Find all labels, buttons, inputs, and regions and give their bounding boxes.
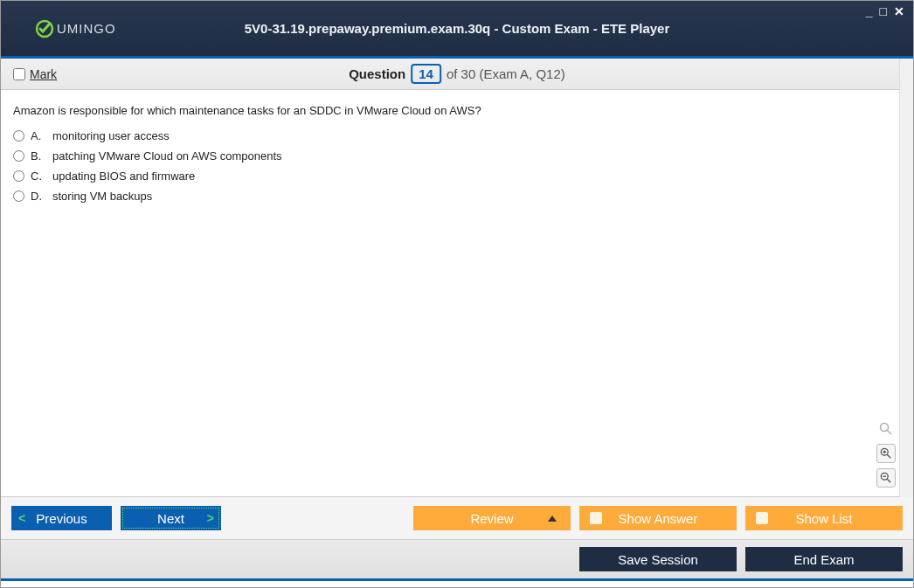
option-c-radio[interactable]	[13, 170, 24, 182]
next-button[interactable]: Next >	[121, 506, 221, 530]
svg-line-2	[888, 431, 892, 435]
svg-line-4	[887, 454, 890, 458]
option-d-letter: D.	[31, 190, 46, 203]
window-title: 5V0-31.19.prepaway.premium.exam.30q - Cu…	[245, 21, 670, 36]
option-b[interactable]: B. patching VMware Cloud on AWS componen…	[13, 149, 901, 163]
app-logo: UMINGO	[34, 18, 116, 39]
question-word: Question	[349, 66, 405, 81]
option-a-text: monitoring user access	[52, 129, 170, 142]
list-icon	[756, 512, 768, 524]
review-label: Review	[470, 511, 513, 526]
search-icon[interactable]	[876, 419, 896, 439]
minimize-icon[interactable]: _	[864, 4, 875, 18]
show-list-label: Show List	[795, 511, 852, 526]
footer: < Previous Next > Review Show Answer Sho…	[1, 496, 913, 581]
question-counter: Question 14 of 30 (Exam A, Q12)	[349, 64, 565, 84]
question-number: 14	[411, 64, 441, 84]
option-b-radio[interactable]	[13, 150, 24, 162]
save-session-button[interactable]: Save Session	[579, 547, 737, 571]
answer-icon	[590, 512, 602, 524]
option-d-text: storing VM backups	[52, 190, 152, 203]
previous-button[interactable]: < Previous	[11, 506, 112, 530]
option-a-letter: A.	[31, 129, 46, 142]
question-content: Amazon is responsible for which maintena…	[1, 90, 913, 496]
svg-point-1	[881, 424, 889, 432]
next-label: Next	[157, 511, 184, 526]
footer-row-session: Save Session End Exam	[1, 539, 913, 581]
options-list: A. monitoring user access B. patching VM…	[13, 129, 901, 203]
option-c-text: updating BIOS and firmware	[52, 169, 195, 183]
close-icon[interactable]: ✕	[892, 4, 906, 18]
save-session-label: Save Session	[618, 552, 698, 567]
review-button[interactable]: Review	[413, 506, 571, 530]
zoom-tools	[876, 419, 896, 488]
logo-text: UMINGO	[57, 21, 116, 36]
footer-row-nav: < Previous Next > Review Show Answer Sho…	[1, 497, 913, 539]
mark-checkbox-wrap[interactable]: Mark	[13, 67, 57, 81]
check-circle-icon	[34, 18, 55, 39]
end-exam-button[interactable]: End Exam	[745, 547, 903, 571]
question-text: Amazon is responsible for which maintena…	[13, 104, 901, 117]
zoom-in-icon[interactable]	[876, 444, 896, 463]
end-exam-label: End Exam	[793, 552, 854, 567]
question-of-text: of 30 (Exam A, Q12)	[447, 66, 565, 81]
chevron-right-icon: >	[207, 511, 214, 525]
maximize-icon[interactable]: □	[878, 4, 889, 18]
option-b-text: patching VMware Cloud on AWS components	[52, 149, 282, 163]
option-c-letter: C.	[31, 169, 46, 183]
option-a-radio[interactable]	[13, 130, 24, 142]
option-c[interactable]: C. updating BIOS and firmware	[13, 169, 901, 183]
mark-label[interactable]: Mark	[30, 67, 57, 81]
window-controls: _ □ ✕	[864, 4, 906, 18]
question-header-bar: Mark Question 14 of 30 (Exam A, Q12)	[1, 59, 913, 90]
option-a[interactable]: A. monitoring user access	[13, 129, 901, 142]
previous-label: Previous	[36, 511, 87, 526]
show-answer-button[interactable]: Show Answer	[579, 506, 737, 530]
show-list-button[interactable]: Show List	[745, 506, 903, 530]
svg-line-8	[887, 479, 890, 482]
chevron-left-icon: <	[18, 511, 25, 525]
option-d[interactable]: D. storing VM backups	[13, 190, 901, 203]
option-d-radio[interactable]	[13, 190, 24, 202]
zoom-out-icon[interactable]	[876, 468, 896, 488]
titlebar: UMINGO 5V0-31.19.prepaway.premium.exam.3…	[1, 1, 913, 59]
mark-checkbox[interactable]	[13, 68, 25, 80]
show-answer-label: Show Answer	[619, 511, 698, 526]
triangle-up-icon	[548, 515, 557, 522]
option-b-letter: B.	[31, 149, 46, 163]
